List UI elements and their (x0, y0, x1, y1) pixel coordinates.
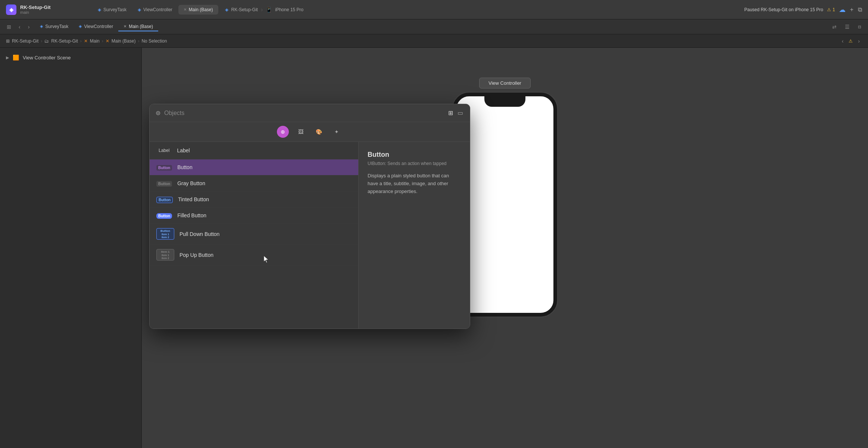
breadcrumb-rk-2[interactable]: 🗂 RK-Setup-Git (44, 38, 78, 44)
pulldown-button-item-name: Pull Down Button (179, 231, 219, 237)
nav-bar-actions: ⇄ ☰ ⧈ (830, 23, 864, 31)
breadcrumb-label-main-base: Main (Base) (112, 38, 136, 44)
breadcrumb-rk-1[interactable]: ⊞ RK-Setup-Git (6, 38, 38, 44)
popup-button-icon: Item 1 Item 1 Item 2 (156, 249, 174, 261)
nav-tab-main-base[interactable]: ✕ Main (Base) (118, 22, 158, 31)
list-view-button[interactable]: ☰ (843, 23, 852, 31)
breadcrumb-sep-3: › (102, 38, 103, 44)
scene-icon: 🟧 (13, 55, 19, 60)
objects-list[interactable]: Label Label Button Button Bu (150, 142, 359, 329)
tab-viewcontroller[interactable]: ◈ ViewController (132, 5, 178, 15)
popup-view-toggle: ⊞ ▭ (447, 109, 464, 117)
breadcrumb-label-rk2: RK-Setup-Git (51, 38, 78, 44)
list-item-tinted-button[interactable]: Button Tinted Button (150, 192, 358, 208)
split-view-button[interactable]: ⧈ (856, 23, 864, 31)
tab-survey-task[interactable]: ◈ SurveyTask (93, 5, 132, 15)
filled-button-item-name: Filled Button (177, 212, 206, 218)
cloud-icon[interactable]: ☁ (839, 6, 846, 14)
breadcrumb-sep-2: › (80, 38, 82, 44)
nav-tab-label: SurveyTask (45, 24, 68, 29)
nav-tab-icon: ◈ (40, 24, 43, 29)
app-name: RK-Setup-Git (20, 4, 51, 10)
device-label: iPhone 15 Pro (275, 7, 303, 12)
tab-label: Main (Base) (189, 7, 213, 12)
iphone-notch (484, 96, 525, 107)
breadcrumb-label-rk1: RK-Setup-Git (12, 38, 38, 44)
list-item-label[interactable]: Label Label (150, 142, 358, 159)
list-item-gray-button[interactable]: Button Gray Button (150, 175, 358, 192)
list-item-pulldown-button[interactable]: Button Item 1 Item 2 Pull Down Button (150, 224, 358, 245)
breadcrumb-bar: ⊞ RK-Setup-Git › 🗂 RK-Setup-Git › ✕ Main… (0, 34, 868, 48)
objects-popup: ⊜ ⊞ ▭ ⊕ 🖼 🎨 ✦ (149, 104, 470, 329)
nav-tabs: ◈ SurveyTask ◈ ViewController ✕ Main (Ba… (35, 22, 158, 31)
project-label: RK-Setup-Git (231, 7, 258, 12)
add-button[interactable]: + (850, 6, 853, 13)
warning-badge: ⚠ 1 (827, 7, 835, 12)
nav-tab-icon: ◈ (79, 24, 82, 29)
tab-label: SurveyTask (103, 7, 127, 12)
status-area: Paused RK-Setup-Git on iPhone 15 Pro ⚠ 1… (744, 6, 846, 14)
filter-symbols-icon[interactable]: ✦ (331, 126, 343, 138)
pulldown-button-icon: Button Item 1 Item 2 (156, 228, 174, 240)
tab-close-icon[interactable]: ✕ (184, 7, 187, 12)
title-bar: ◈ RK-Setup-Git main ◈ SurveyTask ◈ ViewC… (0, 0, 868, 19)
nav-tab-label: Main (Base) (129, 24, 153, 29)
gray-button-item-name: Gray Button (177, 180, 205, 186)
breadcrumb-icon-main-base: ✕ (106, 38, 109, 44)
sidebar-item-view-controller-scene[interactable]: ▶ 🟧 View Controller Scene (0, 52, 141, 63)
breadcrumb-icon-rk2: 🗂 (44, 38, 49, 44)
sidebar: ▶ 🟧 View Controller Scene (0, 48, 142, 448)
canvas-area: View Controller ⊜ ⊞ ▭ ⊕ (142, 48, 868, 448)
breadcrumb-sep-4: › (138, 38, 139, 44)
filter-images-icon[interactable]: 🖼 (295, 126, 307, 138)
list-item-filled-button[interactable]: Button Filled Button (150, 208, 358, 224)
filled-button-icon: Button (156, 212, 172, 219)
filter-objects-icon[interactable]: ⊕ (277, 126, 289, 138)
main-content: ▶ 🟧 View Controller Scene View Controlle… (0, 48, 868, 448)
breadcrumb-back-btn[interactable]: ‹ (840, 37, 846, 45)
expand-arrow-icon: ▶ (6, 55, 9, 60)
layout-button[interactable]: ⧉ (858, 6, 862, 13)
list-item-button[interactable]: Button Button (150, 159, 358, 175)
view-controller-label: View Controller (479, 78, 531, 88)
popup-body: Label Label Button Button Bu (150, 142, 470, 329)
nav-tab-survey-task[interactable]: ◈ SurveyTask (35, 22, 74, 31)
breadcrumb-no-selection: No Selection (141, 38, 167, 44)
tab-bar: ◈ SurveyTask ◈ ViewController ✕ Main (Ba… (93, 5, 740, 15)
list-item-popup-button[interactable]: Item 1 Item 1 Item 2 Pop Up Button (150, 245, 358, 265)
popup-detail: Button UIButton: Sends an action when ta… (359, 142, 470, 329)
grid-toggle-button[interactable]: ⊞ (447, 109, 454, 117)
detail-description: Displays a plain styled button that can … (368, 172, 461, 195)
tab-main-base[interactable]: ✕ Main (Base) (178, 5, 218, 15)
breadcrumb-sep-1: › (41, 38, 42, 44)
breadcrumb-warning-icon: ⚠ (849, 38, 853, 44)
list-toggle-button[interactable]: ▭ (457, 109, 464, 117)
refresh-button[interactable]: ⇄ (830, 23, 839, 31)
tab-label: ViewController (143, 7, 172, 12)
tinted-button-item-name: Tinted Button (178, 196, 209, 202)
nav-back-button[interactable]: ‹ (16, 23, 23, 31)
filter-colors-icon[interactable]: 🎨 (313, 126, 325, 138)
app-title: RK-Setup-Git main (20, 4, 51, 15)
breadcrumb-main[interactable]: ✕ Main (84, 38, 100, 44)
popup-filter-bar: ⊕ 🖼 🎨 ✦ (150, 122, 470, 142)
nav-tab-label: ViewController (84, 24, 113, 29)
detail-subtitle: UIButton: Sends an action when tapped (368, 161, 461, 166)
grid-view-button[interactable]: ⊞ (4, 23, 13, 31)
breadcrumb-forward-btn[interactable]: › (856, 37, 862, 45)
nav-tab-viewcontroller[interactable]: ◈ ViewController (74, 22, 118, 31)
popup-filter-icon[interactable]: ⊜ (156, 109, 160, 116)
nav-forward-button[interactable]: › (26, 23, 32, 31)
warning-icon: ⚠ (827, 7, 831, 12)
popup-button-item-name: Pop Up Button (179, 252, 213, 258)
device-selector[interactable]: ◈ RK-Setup-Git › 📱 iPhone 15 Pro (225, 6, 304, 13)
app-branch: main (20, 10, 51, 15)
warning-count: 1 (833, 7, 835, 12)
button-icon: Button (156, 164, 172, 171)
status-text: Paused RK-Setup-Git on iPhone 15 Pro (744, 7, 823, 12)
breadcrumb-main-base[interactable]: ✕ Main (Base) (106, 38, 136, 44)
objects-search-input[interactable] (164, 110, 444, 116)
app-icon: ◈ (6, 4, 16, 15)
nav-tab-close-icon[interactable]: ✕ (124, 24, 127, 28)
gray-button-icon: Button (156, 180, 172, 187)
